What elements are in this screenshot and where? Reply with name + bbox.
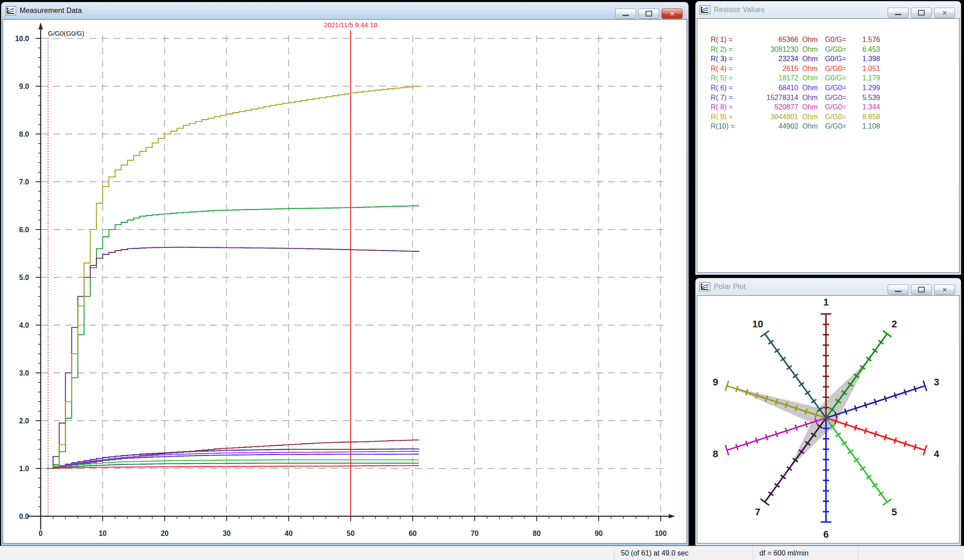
minimize-icon [622,15,629,16]
resistor-val: 68410 [746,83,798,93]
maximize-button[interactable] [638,8,659,19]
resistor-name: R( 7) = [711,93,746,103]
maximize-button[interactable] [911,284,932,295]
resistor-rval: 6.453 [846,45,880,54]
svg-text:60: 60 [409,530,417,537]
resistor-rval: 1.299 [846,83,880,93]
resistor-unit: Ohm [802,35,818,45]
svg-text:6.0: 6.0 [19,226,29,234]
chart-app-icon [5,6,16,15]
resistor-unit: Ohm [802,112,818,122]
resistor-val: 520877 [746,102,798,112]
measurement-titlebar[interactable]: Measurement Data [1,2,688,19]
svg-text:8.0: 8.0 [19,130,29,138]
svg-text:20: 20 [161,530,169,537]
measurement-data-window: Measurement Data 2021/11/5 9:44:100.01.0… [1,2,689,546]
svg-text:10.0: 10.0 [15,35,29,42]
svg-text:0.0: 0.0 [19,513,29,520]
maximize-button[interactable] [911,8,932,18]
resistor-rval: 1.576 [846,35,880,45]
svg-text:2.0: 2.0 [19,417,29,425]
resistor-name: R(10) = [711,121,746,131]
resistor-rval: 1.179 [846,73,880,83]
status-segment-empty [859,546,964,560]
measurement-chart[interactable]: 2021/11/5 9:44:100.01.02.03.04.05.06.07.… [3,20,687,544]
resistor-rlabel: G/G0= [825,93,847,103]
status-flow-rate: df = 600 ml/min [753,546,859,560]
resistor-rlabel: G/G0= [825,102,847,112]
polar-titlebar[interactable]: Polar Plot [696,278,961,295]
resistor-values-area: R( 1) =65366OhmG0/G=1.576R( 2) =3081230O… [697,18,960,273]
resistor-unit: Ohm [802,64,818,74]
svg-text:70: 70 [471,530,479,537]
svg-text:90: 90 [595,530,603,537]
maximize-icon [918,10,925,16]
svg-text:9.0: 9.0 [19,83,29,90]
resistor-val: 44902 [746,121,798,131]
resistor-list: R( 1) =65366OhmG0/G=1.576R( 2) =3081230O… [697,19,959,131]
resistor-name: R( 1) = [711,35,746,45]
resistor-row: R( 3) =23234OhmG0/G=1.398 [711,54,959,64]
resistor-unit: Ohm [802,83,818,93]
status-segment-empty [0,546,615,560]
close-button[interactable] [662,8,683,19]
resistor-val: 3081230 [746,45,798,54]
resistor-row: R( 4) =2615OhmG/G0=1.051 [711,64,959,74]
resistor-name: R( 9) = [711,112,746,122]
resistor-name: R( 3) = [711,54,746,64]
maximize-icon [645,11,652,17]
close-button[interactable] [934,8,955,18]
polar-axis-label: 10 [752,318,763,330]
window-title: Resistor Values [714,6,765,14]
resistor-name: R( 6) = [711,83,746,93]
resistor-rlabel: G/G0= [825,121,847,131]
minimize-button[interactable] [615,8,636,19]
resistor-rlabel: G0/G= [825,54,847,64]
resistor-rval: 1.398 [846,54,880,64]
resistor-unit: Ohm [802,121,818,131]
resistor-val: 3044901 [746,112,798,122]
window-title: Measurement Data [20,7,82,15]
svg-text:0: 0 [39,530,43,537]
resistor-name: R( 4) = [711,64,746,74]
minimize-button[interactable] [888,284,909,295]
polar-axis-label: 3 [934,376,939,388]
resistor-titlebar[interactable]: Resistor Values [696,1,961,18]
polar-chart: 12345678910 [697,296,959,544]
resistor-val: 65366 [746,35,798,45]
resistor-name: R( 2) = [711,45,746,54]
minimize-button[interactable] [888,8,909,18]
resistor-rlabel: G/G0= [825,83,847,93]
resistor-row: R( 9) =3044901OhmG/G0=8.858 [711,112,959,122]
resistor-val: 2615 [746,64,798,74]
polar-plot-window: Polar Plot 12345678910 [695,278,961,546]
svg-text:G/G0(G0/G): G/G0(G0/G) [48,29,84,37]
resistor-rlabel: G0/G= [825,35,847,45]
resistor-unit: Ohm [802,102,818,112]
resistor-rval: 5.539 [846,93,880,103]
polar-axis-label: 6 [823,529,829,540]
chart-app-icon [700,5,710,14]
status-sample-position: 50 (of 61) at 49.0 sec [615,546,753,560]
minimize-icon [895,291,901,292]
polar-axis-label: 2 [892,318,897,330]
resistor-rlabel: G0/G= [825,73,847,83]
svg-text:5.0: 5.0 [19,274,29,281]
maximize-icon [918,287,925,293]
svg-text:4.0: 4.0 [19,322,29,329]
resistor-unit: Ohm [802,54,818,64]
resistor-row: R( 6) =68410OhmG/G0=1.299 [711,83,959,93]
close-icon [942,9,947,17]
svg-text:7.0: 7.0 [19,178,29,186]
measurement-chart-area: 2021/11/5 9:44:100.01.02.03.04.05.06.07.… [3,19,687,543]
resistor-row: R( 8) =520877OhmG/G0=1.344 [711,102,959,112]
resistor-values-window: Resistor Values R( 1) =65366OhmG0/G=1.57… [695,1,961,275]
resistor-rval: 1.108 [846,121,880,131]
close-button[interactable] [934,284,955,295]
resistor-rval: 8.858 [846,112,880,122]
svg-text:3.0: 3.0 [19,369,29,377]
svg-text:40: 40 [285,530,293,537]
polar-axis-label: 8 [713,448,718,460]
minimize-icon [895,14,901,15]
status-bar: 50 (of 61) at 49.0 sec df = 600 ml/min [0,546,964,560]
